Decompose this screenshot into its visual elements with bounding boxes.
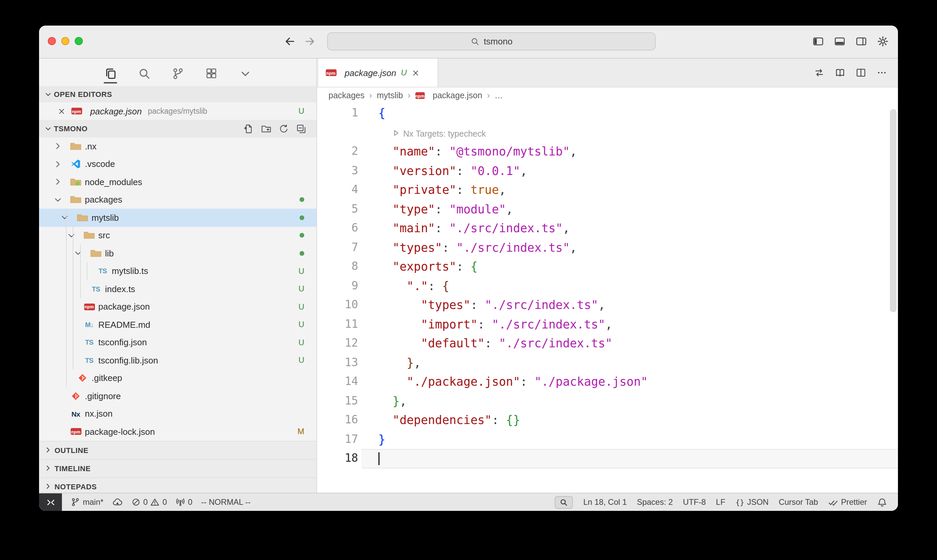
tree-item-.vscode[interactable]: .vscode [39,155,316,173]
line-number[interactable]: 12 [317,334,362,353]
close-icon[interactable] [412,68,420,77]
close-icon[interactable] [57,107,66,115]
encoding[interactable]: UTF-8 [683,497,706,507]
tree-item-.gitignore[interactable]: .gitignore [39,387,316,405]
chevron-down-icon[interactable] [69,249,90,258]
tree-item-README.md[interactable]: M↓README.mdU [39,316,316,334]
line-number[interactable]: 17 [317,430,362,449]
line-number[interactable]: 6 [317,219,362,238]
tree-item-package-lock.json[interactable]: npmpackage-lock.jsonM [39,423,316,440]
code-line-14[interactable]: 14 "./package.json": "./package.json" [317,372,898,391]
breadcrumb-item[interactable]: package.json [433,91,482,100]
compare-changes-icon[interactable] [814,67,825,78]
search-view-icon[interactable] [136,64,152,83]
tree-item-.nx[interactable]: .nx [39,137,316,155]
cursor-position[interactable]: Ln 18, Col 1 [583,497,627,507]
open-editor-item[interactable]: npm package.json packages/mytslib U [39,102,316,120]
line-number[interactable]: 16 [317,411,362,430]
bell-icon[interactable] [877,497,887,507]
line-number[interactable]: 5 [317,200,362,219]
code-line-17[interactable]: 17} [317,430,898,449]
eol[interactable]: LF [716,497,725,507]
tree-item-package.json[interactable]: npmpackage.jsonU [39,298,316,316]
command-center-search[interactable]: tsmono [327,32,655,51]
refresh-icon[interactable] [278,123,289,134]
code-line-6[interactable]: 6 "main": "./src/index.ts", [317,219,898,238]
code-line-11[interactable]: 11 "import": "./src/index.ts", [317,315,898,334]
code-line-5[interactable]: 5 "type": "module", [317,200,898,219]
code-line-13[interactable]: 13 }, [317,353,898,372]
chevron-right-icon[interactable] [48,142,70,151]
line-number[interactable]: 18 [317,449,362,468]
code-line-18[interactable]: 18 [317,449,898,468]
code-line-3[interactable]: 3 "version": "0.0.1", [317,161,898,180]
line-number[interactable]: 11 [317,315,362,334]
settings-gear-icon[interactable] [877,36,889,47]
chevron-right-icon[interactable] [48,177,70,187]
collapse-all-icon[interactable] [296,123,306,134]
line-number[interactable]: 4 [317,180,362,200]
minimize-button[interactable] [61,37,69,45]
forward-arrow-icon[interactable] [304,36,316,47]
open-editors-header[interactable]: OPEN EDITORS [39,86,316,102]
section-outline[interactable]: OUTLINE [39,440,316,459]
zoom-button[interactable] [75,37,83,45]
code-editor[interactable]: 1{Nx Targets: typecheck2 "name": "@tsmon… [317,104,898,493]
sync-cloud-icon[interactable] [112,497,122,507]
code-line-7[interactable]: 7 "types": "./src/index.ts", [317,238,898,257]
tree-item-tsconfig.lib.json[interactable]: TStsconfig.lib.jsonU [39,351,316,369]
tree-item-packages[interactable]: packages [39,191,316,209]
split-editor-icon[interactable] [855,67,866,78]
tree-item-mytslib[interactable]: mytslib [39,209,316,226]
extensions-icon[interactable] [203,64,220,83]
indentation[interactable]: Spaces: 2 [637,497,673,507]
tree-item-nx.json[interactable]: Nxnx.json [39,405,316,423]
code-line-9[interactable]: 9 ".": { [317,276,898,295]
code-line-12[interactable]: 12 "default": "./src/index.ts" [317,334,898,353]
toggle-secondary-sidebar-icon[interactable] [855,36,867,47]
ports-indicator[interactable]: 0 [176,497,192,507]
code-line-16[interactable]: 16 "dependencies": {} [317,411,898,430]
line-number[interactable]: 7 [317,238,362,257]
language-mode[interactable]: {} JSON [735,497,769,507]
line-number[interactable]: 14 [317,372,362,391]
breadcrumb-item[interactable]: … [494,91,503,100]
codelens-line[interactable]: Nx Targets: typecheck [317,123,898,142]
line-number[interactable]: 1 [317,104,362,123]
tree-item-tsconfig.json[interactable]: TStsconfig.jsonU [39,334,316,351]
line-number[interactable]: 3 [317,161,362,180]
source-control-icon[interactable] [170,64,186,83]
back-arrow-icon[interactable] [284,36,295,47]
line-number[interactable]: 9 [317,276,362,295]
line-number[interactable]: 15 [317,391,362,411]
explorer-icon[interactable] [102,64,118,83]
line-number[interactable]: 10 [317,295,362,315]
code-line-8[interactable]: 8 "exports": { [317,257,898,276]
toggle-panel-icon[interactable] [834,36,845,47]
code-line-2[interactable]: 2 "name": "@tsmono/mytslib", [317,142,898,161]
branch-indicator[interactable]: main* [71,497,103,507]
zoom-indicator[interactable] [555,496,573,509]
workspace-header[interactable]: TSMONO [39,120,316,137]
toggle-sidebar-icon[interactable] [812,36,824,47]
problems-indicator[interactable]: 0 0 [131,497,167,507]
breadcrumb-item[interactable]: packages [328,91,365,100]
cursor-tab-indicator[interactable]: Cursor Tab [779,497,818,507]
section-timeline[interactable]: TIMELINE [39,459,316,477]
new-file-icon[interactable] [244,123,254,134]
more-actions-icon[interactable] [876,67,887,78]
breadcrumb-item[interactable]: mytslib [377,91,403,100]
code-line-1[interactable]: 1{ [317,104,898,123]
line-number[interactable]: 2 [317,142,362,161]
close-button[interactable] [48,37,56,45]
tree-item-src[interactable]: src [39,226,316,244]
codelens-nx-targets[interactable]: Nx Targets: typecheck [392,124,486,143]
code-line-15[interactable]: 15 }, [317,391,898,411]
line-number[interactable]: 13 [317,353,362,372]
scrollbar-thumb[interactable] [890,109,897,312]
tree-item-.gitkeep[interactable]: .gitkeep [39,369,316,387]
chevron-down-icon[interactable] [48,195,70,205]
line-number[interactable] [317,123,362,142]
code-line-4[interactable]: 4 "private": true, [317,180,898,200]
chevron-right-icon[interactable] [48,160,70,169]
